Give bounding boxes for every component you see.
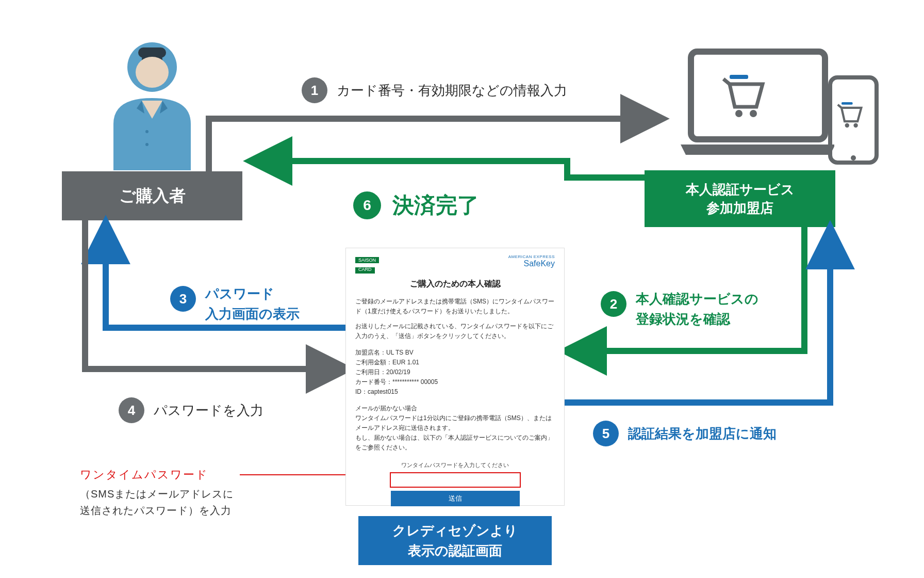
saison-logo: SAISON CARD	[355, 254, 379, 274]
panel-caption: クレディセゾンより 表示の認証画面	[392, 521, 518, 561]
panel-p2: お送りしたメールに記載されている、ワンタイムパスワードを以下にご入力のうえ、「送…	[355, 322, 555, 341]
svg-rect-2	[138, 47, 166, 58]
step-6-text: 決済完了	[392, 191, 479, 220]
auth-panel: SAISON CARD AMERICAN EXPRESS SafeKey ご購入…	[345, 248, 565, 506]
svg-point-0	[127, 42, 177, 92]
step-4-badge: 4	[119, 397, 144, 423]
svg-rect-15	[842, 102, 853, 105]
step-2: 2 本人確認サービスの 登録状況を確認	[601, 289, 758, 329]
step-1-badge: 1	[302, 77, 327, 103]
step-4-text: パスワードを入力	[154, 402, 263, 420]
panel-title: ご購入のための本人確認	[355, 279, 555, 290]
svg-point-10	[735, 110, 742, 117]
step-2-badge: 2	[601, 291, 626, 317]
svg-point-5	[145, 143, 148, 146]
svg-point-14	[851, 155, 856, 160]
svg-point-3	[136, 57, 169, 88]
svg-rect-12	[830, 77, 877, 163]
step-3-text: パスワード 入力画面の表示	[205, 284, 300, 324]
panel-d2: ご利用金額：EUR 1.01	[355, 358, 555, 367]
svg-rect-1	[142, 52, 162, 67]
panel-d5: ID：captest015	[355, 387, 555, 397]
svg-point-18	[853, 123, 857, 127]
step-3: 3 パスワード 入力画面の表示	[170, 284, 300, 324]
step-2-text: 本人確認サービスの 登録状況を確認	[636, 289, 758, 329]
otp-callout: ワンタイムパスワード （SMSまたはメールアドレスに 送信されたパスワード）を入…	[80, 467, 234, 519]
svg-rect-8	[730, 75, 748, 79]
panel-p1: ご登録のメールアドレスまたは携帯電話（SMS）にワンタイムパスワード（1度だけ使…	[355, 297, 555, 316]
step-4: 4 パスワードを入力	[119, 397, 263, 423]
panel-d3: ご利用日：20/02/19	[355, 367, 555, 377]
step-5: 5 認証結果を加盟店に通知	[593, 421, 777, 446]
svg-rect-6	[691, 52, 825, 139]
merchant-label: 本人認証サービス 参加加盟店	[686, 180, 795, 218]
step-6-badge: 6	[353, 191, 381, 219]
buyer-box: ご購入者	[62, 171, 242, 220]
svg-line-9	[723, 79, 730, 84]
svg-point-17	[845, 123, 849, 127]
merchant-box: 本人認証サービス 参加加盟店	[645, 170, 835, 227]
step-5-badge: 5	[593, 421, 619, 446]
safekey-logo: AMERICAN EXPRESS SafeKey	[508, 254, 555, 268]
step-1: 1 カード番号・有効期限などの情報入力	[302, 77, 567, 103]
panel-d1: 加盟店名：UL TS BV	[355, 348, 555, 358]
otp-label: ワンタイムパスワードを入力してください	[401, 461, 509, 469]
panel-n1: メールが届かない場合	[355, 404, 555, 413]
svg-line-16	[838, 105, 842, 108]
panel-n3: もし、届かない場合は、以下の「本人認証サービスについてのご案内」をご参照ください…	[355, 433, 555, 453]
panel-d4: カード番号：*********** 00005	[355, 377, 555, 387]
send-button[interactable]: 送信	[391, 491, 520, 506]
svg-point-4	[145, 130, 148, 133]
svg-rect-13	[834, 87, 872, 153]
panel-caption-box: クレディセゾンより 表示の認証画面	[358, 516, 552, 565]
svg-rect-7	[697, 58, 819, 133]
otp-callout-sub: （SMSまたはメールアドレスに 送信されたパスワード）を入力	[80, 486, 234, 519]
step-5-text: 認証結果を加盟店に通知	[628, 425, 777, 443]
svg-point-11	[750, 110, 757, 117]
step-3-badge: 3	[170, 286, 196, 312]
step-6: 6 決済完了	[353, 191, 479, 220]
otp-input[interactable]	[390, 472, 521, 488]
panel-n2: ワンタイムパスワードは1分以内にご登録の携帯電話（SMS）、またはメールアドレス…	[355, 413, 555, 433]
step-1-text: カード番号・有効期限などの情報入力	[337, 82, 567, 100]
otp-callout-title: ワンタイムパスワード	[80, 467, 234, 483]
buyer-label: ご購入者	[119, 185, 186, 207]
